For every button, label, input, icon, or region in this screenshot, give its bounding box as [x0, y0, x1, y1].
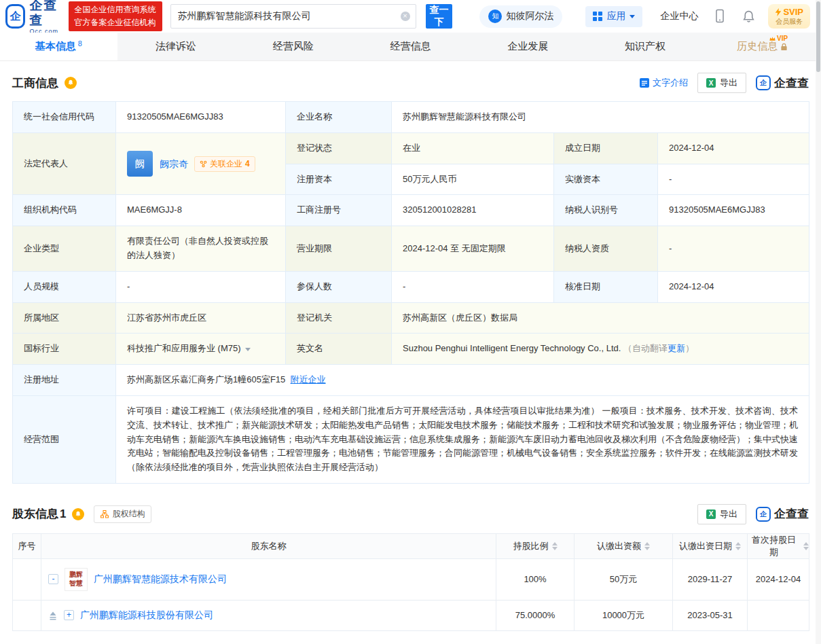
main-content: 工商信息 文字介绍 X 导出 企 企查查	[0, 73, 821, 631]
col-date[interactable]: 认缴出资日期	[673, 533, 748, 558]
sort-icon[interactable]	[735, 542, 741, 550]
industry-value: 科技推广和应用服务业 (M75)	[127, 343, 241, 353]
zhibi-alpha-link[interactable]: 知 知彼阿尔法	[479, 5, 562, 28]
tab-history-info[interactable]: VIP 历史信息	[704, 33, 821, 60]
nearby-companies-link[interactable]: 附近企业	[291, 374, 326, 384]
collapse-to-top-icon[interactable]	[48, 611, 58, 620]
insured-count-value: -	[392, 271, 554, 302]
date-cell: 2023-05-31	[673, 600, 748, 630]
mobile-app-icon[interactable]	[713, 9, 727, 24]
seq-cell	[13, 600, 41, 630]
business-scope-label: 经营范围	[13, 395, 116, 483]
reg-address-label: 注册地址	[13, 365, 116, 396]
vip-tag: VIP	[769, 35, 788, 42]
taxpayer-quality-value: -	[658, 226, 809, 272]
tab-operating-info[interactable]: 经营信息	[352, 33, 469, 60]
sort-icon[interactable]	[552, 542, 558, 550]
clear-search-icon[interactable]: ×	[401, 12, 410, 21]
col-ratio[interactable]: 持股比例	[496, 533, 574, 558]
date-cell: 2029-11-27	[673, 558, 748, 600]
business-info-actions: 文字介绍 X 导出 企 企查查	[640, 73, 809, 93]
english-name-label: 英文名	[286, 334, 392, 365]
tab-company-development[interactable]: 企业发展	[469, 33, 587, 60]
org-chart-icon	[101, 510, 109, 518]
text-intro-link[interactable]: 文字介绍	[640, 77, 688, 89]
sort-icon[interactable]	[644, 542, 650, 550]
qcc-logo[interactable]: 企 企查查 Qcc.com	[5, 0, 63, 35]
svip-label: SVIP	[783, 7, 803, 18]
tab-development-label: 企业发展	[507, 40, 548, 53]
related-companies-count: 4	[245, 158, 250, 171]
col-shareholder-name: 股东名称	[41, 533, 496, 558]
credit-code-value: 91320505MAE6MGJJ83	[116, 102, 286, 133]
col-seq: 序号	[13, 533, 41, 558]
export-button[interactable]: X 导出	[697, 73, 746, 93]
shareholder-logo-line2: 智慧	[69, 579, 83, 588]
reg-authority-value: 苏州高新区（虎丘区）数据局	[392, 302, 809, 334]
qcc-watermark: 企 企查查	[756, 506, 809, 522]
equity-structure-label: 股权结构	[112, 508, 145, 520]
expand-expander[interactable]: +	[64, 610, 74, 620]
related-companies-icon	[200, 160, 207, 168]
shareholders-table: 序号 股东名称 持股比例 认缴出资额 认缴出资日期 首次持股日期 - 鹏辉 智慧	[12, 533, 809, 631]
related-companies-tag[interactable]: 关联企业 4	[194, 156, 255, 172]
table-row: 经营范围 许可项目：建设工程施工（依法须经批准的项目，经相关部门批准后方可开展经…	[13, 395, 809, 483]
translate-update-link[interactable]: 更新	[668, 343, 685, 353]
tab-basic-info[interactable]: 基本信息 8	[0, 33, 117, 60]
company-type-label: 企业类型	[13, 226, 116, 272]
qcc-watermark-label: 企查查	[774, 506, 809, 522]
taxpayer-quality-label: 纳税人资质	[554, 226, 658, 272]
collapse-expander[interactable]: -	[48, 574, 58, 584]
org-code-value: MAE6MGJJ-8	[116, 195, 286, 226]
staff-size-label: 人员规模	[13, 271, 116, 302]
shareholder-name-link[interactable]: 广州鹏辉智慧能源技术有限公司	[94, 573, 227, 586]
vip-tag-label: VIP	[777, 35, 788, 42]
col-amount-label: 认缴出资额	[597, 540, 641, 552]
legal-rep-avatar[interactable]: 阙	[127, 151, 153, 177]
lock-icon	[780, 43, 788, 51]
monitor-bell-icon[interactable]	[72, 508, 84, 520]
seq-cell	[13, 558, 41, 600]
monitor-bell-icon[interactable]	[65, 77, 77, 89]
tab-intellectual-property[interactable]: 知识产权	[587, 33, 704, 60]
legal-rep-name-link[interactable]: 阙宗奇	[160, 156, 188, 171]
reg-address-cell: 苏州高新区乐嘉汇商务广场1幢605室F15 附近企业	[116, 365, 809, 396]
shareholders-actions: X 导出 企 企查查	[697, 504, 809, 524]
text-intro-label: 文字介绍	[653, 77, 688, 89]
document-icon	[640, 78, 649, 88]
export-button[interactable]: X 导出	[697, 504, 746, 524]
business-info-table: 统一社会信用代码 91320505MAE6MGJJ83 企业名称 苏州鹏辉智慧能…	[12, 101, 809, 484]
auto-translate-prefix: （自动翻译	[623, 343, 668, 353]
shareholder-name-link[interactable]: 广州鹏辉能源科技股份有限公司	[80, 609, 213, 622]
equity-structure-button[interactable]: 股权结构	[94, 505, 151, 523]
tab-legal-proceedings[interactable]: 法律诉讼	[117, 33, 235, 60]
scrollbar-thumb[interactable]	[816, 1, 820, 72]
tab-operating-risk[interactable]: 经营风险	[234, 33, 352, 60]
svip-member-badge[interactable]: SVIP 会员服务	[768, 4, 810, 29]
business-info-title: 工商信息	[12, 75, 58, 91]
company-name-value: 苏州鹏辉智慧能源科技有限公司	[392, 102, 809, 133]
qcc-watermark-label: 企查查	[774, 75, 809, 91]
english-name-cell: Suzhou Penghui Intelligent Energy Techno…	[392, 334, 809, 365]
industry-expand-icon[interactable]	[245, 348, 251, 351]
col-amount[interactable]: 认缴出资额	[574, 533, 673, 558]
approval-date-value: 2024-12-04	[658, 271, 809, 302]
tab-basic-info-label: 基本信息	[35, 40, 76, 53]
search-wrap: ×	[170, 4, 416, 29]
search-input[interactable]	[170, 4, 416, 29]
col-first-date[interactable]: 首次持股日期	[748, 533, 809, 558]
enterprise-center-link[interactable]: 企业中心	[660, 10, 698, 22]
search-button[interactable]: 查一下	[426, 4, 453, 29]
page-scrollbar[interactable]	[816, 0, 821, 644]
lightning-icon	[775, 8, 782, 16]
region-value: 江苏省苏州市虎丘区	[116, 302, 286, 334]
reg-authority-label: 登记机关	[286, 302, 392, 334]
apps-menu[interactable]: 应用	[585, 6, 642, 27]
establish-date-label: 成立日期	[554, 132, 658, 164]
industry-label: 国标行业	[13, 334, 116, 365]
taxpayer-id-label: 纳税人识别号	[554, 195, 658, 226]
sort-icon[interactable]	[803, 542, 809, 550]
shareholder-logo: 鹏辉 智慧	[65, 568, 88, 591]
credit-code-label: 统一社会信用代码	[13, 102, 116, 133]
notifications-bell-icon[interactable]	[742, 10, 756, 24]
